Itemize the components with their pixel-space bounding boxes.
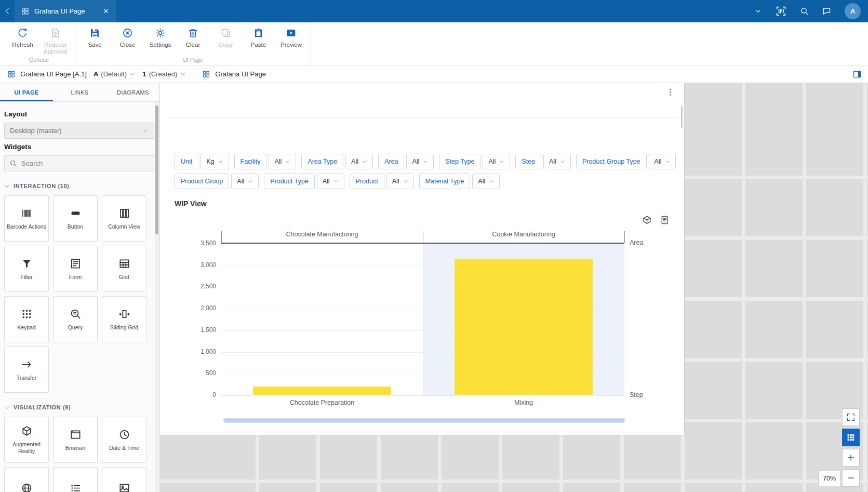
version-value: A: [94, 70, 98, 78]
scrollbar-thumb[interactable]: [224, 419, 624, 422]
grid-view-button[interactable]: [842, 429, 860, 446]
list-icon: [70, 482, 82, 492]
widget-label: Column View: [108, 223, 140, 230]
tab-title: Grafana UI Page: [34, 7, 85, 15]
ribbon-button-label: Request Approval: [39, 42, 72, 55]
category-label: Mixing: [423, 399, 624, 406]
section-header-interaction-10[interactable]: INTERACTION (10): [4, 183, 154, 189]
widget-label: Keypad: [17, 324, 36, 331]
widget-augmented-reality[interactable]: Augmented Reality: [4, 417, 49, 463]
preview-button[interactable]: Preview: [275, 26, 308, 48]
category-axis-title: Step: [630, 391, 643, 398]
widget-column-view[interactable]: Column View: [102, 195, 146, 242]
widget-list-icon[interactable]: [53, 467, 98, 492]
save-icon: [89, 28, 100, 38]
ribbon-button-label: Preview: [281, 42, 302, 48]
ribbon-button-label: Settings: [150, 42, 171, 48]
widget-label: Augmented Reality: [7, 441, 46, 454]
dashboard-grid-icon: [202, 70, 210, 78]
layout-select[interactable]: Desktop (master): [4, 123, 154, 139]
button-icon: [70, 207, 82, 219]
zoom-level: 70%: [818, 471, 840, 486]
back-icon[interactable]: [3, 7, 12, 16]
y-axis-tick-label: 3,500: [179, 240, 216, 247]
transfer-icon: [21, 358, 33, 370]
settings-button[interactable]: Settings: [144, 26, 177, 48]
version-dropdown[interactable]: A (Default): [94, 70, 136, 78]
widget-label: Form: [69, 274, 82, 281]
section-header-visualization-9[interactable]: VISUALIZATION (9): [4, 404, 154, 410]
sidebar-content: Layout Desktop (master) Widgets INTERACT…: [0, 102, 159, 492]
ribbon-button-label: Clear: [186, 42, 200, 48]
avatar[interactable]: A: [845, 3, 861, 19]
version-suffix: (Default): [101, 70, 127, 78]
ar-icon: [21, 425, 33, 437]
ribbon-button-label: Save: [88, 42, 101, 48]
sidebar-tab-ui-page[interactable]: UI PAGE: [0, 83, 53, 101]
ribbon-buttons: SaveCloseSettingsClearCopyPastePreview: [78, 26, 308, 48]
minus-icon: [846, 473, 856, 483]
chevron-down-icon[interactable]: [754, 7, 762, 15]
sliding-grid-icon: [118, 308, 130, 320]
dashboard-grid-icon: [21, 7, 30, 16]
keypad-icon: [21, 308, 33, 320]
widget-sliding-grid[interactable]: Sliding Grid: [102, 296, 146, 342]
ribbon-button-label: Copy: [219, 42, 233, 48]
copy-icon: [220, 28, 231, 38]
plus-button[interactable]: [842, 449, 860, 467]
widget-label: Grid: [119, 274, 129, 281]
breadcrumb: Grafana UI Page [A.1] A (Default) 1 (Cre…: [0, 65, 868, 83]
bar-mixing[interactable]: [455, 259, 593, 395]
minus-button[interactable]: [842, 469, 860, 487]
image-icon: [118, 482, 130, 492]
wip-bar-chart: 3,5003,0002,5002,0001,5001,0005000Chocol…: [160, 83, 684, 435]
widget-form[interactable]: Form: [53, 246, 98, 292]
widget-browser[interactable]: Browser: [53, 417, 98, 463]
widget-date-time[interactable]: Date & Time: [102, 417, 146, 463]
close-button[interactable]: Close: [111, 26, 144, 48]
refresh-button[interactable]: Refresh: [6, 26, 39, 55]
widget-search[interactable]: [4, 155, 154, 171]
breadcrumb-page-title: Grafana UI Page: [215, 70, 266, 78]
widget-grid[interactable]: Grid: [102, 246, 146, 292]
copy-button: Copy: [209, 26, 242, 48]
clear-button[interactable]: Clear: [177, 26, 209, 48]
scrollbar-thumb[interactable]: [155, 105, 158, 234]
app-tab[interactable]: Grafana UI Page ✕: [15, 0, 116, 22]
body: UI PAGELINKSDIAGRAMS Layout Desktop (mas…: [0, 83, 868, 492]
widget-image-icon[interactable]: [102, 467, 146, 492]
grid-view-icon: [846, 433, 856, 442]
refresh-icon: [17, 28, 28, 38]
widget-globe-icon[interactable]: [4, 467, 49, 492]
widget-keypad[interactable]: Keypad: [4, 296, 49, 342]
widget-query[interactable]: Query: [53, 296, 98, 342]
search-input[interactable]: [21, 159, 149, 167]
tab-close-icon[interactable]: ✕: [103, 7, 109, 15]
sidebar-tab-diagrams[interactable]: DIAGRAMS: [106, 83, 159, 101]
widget-filter[interactable]: Filter: [4, 246, 49, 292]
widget-barcode-actions[interactable]: Barcode Actions: [4, 195, 49, 242]
fit-screen-button[interactable]: [842, 408, 860, 426]
widget-label: Query: [68, 324, 83, 331]
chevron-down-icon: [180, 71, 186, 77]
bar-chocolate-preparation[interactable]: [253, 387, 391, 395]
chevron-down-icon: [129, 71, 136, 77]
widget-button[interactable]: Button: [53, 195, 98, 242]
sidebar-tab-links[interactable]: LINKS: [53, 83, 106, 101]
y-axis-tick-label: 0: [179, 391, 216, 398]
panel-toggle-icon[interactable]: [852, 70, 862, 79]
widget-transfer[interactable]: Transfer: [4, 347, 49, 393]
y-axis-tick-label: 2,000: [179, 304, 216, 312]
revision-dropdown[interactable]: 1 (Created): [142, 70, 186, 78]
y-axis-tick-label: 3,000: [179, 261, 216, 269]
paste-button[interactable]: Paste: [242, 26, 275, 48]
design-surface: UnitKgFacilityAllArea TypeAllAreaAllStep…: [160, 83, 868, 492]
search-icon[interactable]: [800, 7, 809, 16]
chat-icon[interactable]: [822, 7, 831, 16]
ui-page-canvas: UnitKgFacilityAllArea TypeAllAreaAllStep…: [160, 83, 685, 435]
close-circle-icon: [122, 28, 133, 38]
form-icon: [70, 258, 82, 270]
barcode-scan-icon[interactable]: [776, 6, 786, 17]
save-button[interactable]: Save: [78, 26, 111, 48]
widget-label: Sliding Grid: [110, 324, 138, 331]
